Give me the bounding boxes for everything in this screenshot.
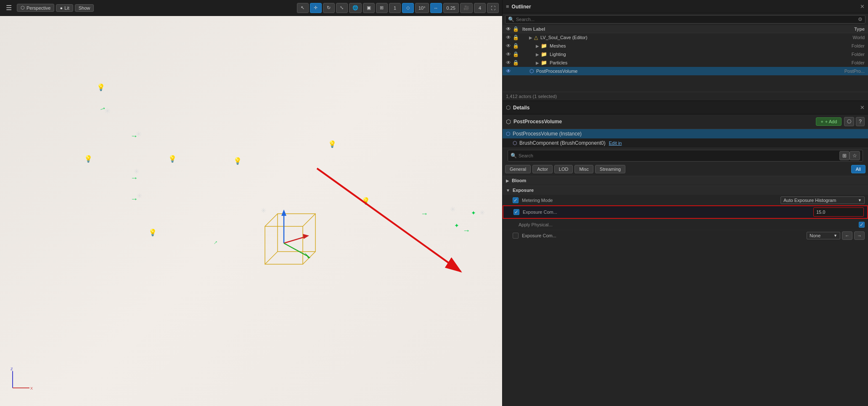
world-item-icon: △ — [534, 34, 538, 40]
filter-tab-misc[interactable]: Misc — [574, 165, 593, 173]
details-close-button[interactable]: ✕ — [860, 104, 865, 111]
item-type: World — [823, 35, 865, 40]
rotate-tool-icon[interactable]: ↻ — [323, 3, 335, 13]
details-title: Details — [513, 105, 529, 111]
details-star-icon[interactable]: ☆ — [849, 151, 860, 160]
add-button[interactable]: + + Add — [816, 117, 842, 126]
grid-icon[interactable]: ⊞ — [376, 3, 388, 13]
exposure-compensation-row: ✓ Exposure Com... — [503, 205, 868, 219]
details-icon: ⬡ — [506, 104, 511, 111]
grid-count[interactable]: 1 — [389, 3, 401, 13]
filter-tab-streaming[interactable]: Streaming — [595, 165, 625, 173]
outliner-search-bar[interactable]: 🔍 ⚙ — [505, 15, 865, 24]
component-header: ⬡ PostProcessVolume + + Add ⎔ ? — [503, 114, 868, 129]
details-search-bar[interactable]: 🔍 ⊞ ☆ — [508, 150, 863, 162]
tree-item-postprocess-instance[interactable]: ⬡ PostProcessVolume (Instance) — [503, 129, 868, 138]
tree-item-icon: ⬡ — [506, 131, 510, 137]
sun-actor-7: ✳ — [479, 209, 485, 217]
hamburger-menu[interactable]: ☰ — [3, 3, 14, 13]
bloom-expand-arrow: ▶ — [506, 178, 509, 183]
exposure-comp-label: Exposure Com... — [523, 210, 813, 215]
viewport-toolbar-right: ↖ ✛ ↻ ⤡ 🌐 ▣ ⊞ 1 ◇ 10° ↔ 0.25 🎥 4 ⛶ — [297, 3, 499, 13]
metering-mode-value: Auto Exposure Histogram ▼ — [781, 196, 865, 204]
outliner-search-input[interactable] — [516, 17, 856, 22]
filter-tab-general[interactable]: General — [505, 165, 531, 173]
filter-tab-actor[interactable]: Actor — [532, 165, 553, 173]
exposure-section-title: Exposure — [513, 188, 534, 193]
outliner-items-list: 👁 🔒 ▶ △ LV_Soul_Cave (Editor) World 👁 🔒 … — [503, 33, 868, 92]
surface-snap-icon[interactable]: ▣ — [363, 3, 375, 13]
none-value: None — [810, 233, 820, 238]
show-label: Show — [79, 5, 90, 11]
svg-text:X: X — [30, 386, 33, 390]
type-col: Type — [823, 27, 865, 32]
help-button[interactable]: ? — [856, 117, 865, 126]
details-header: ⬡ Details ✕ — [503, 101, 868, 114]
details-search-area: 🔍 ⊞ ☆ — [505, 150, 865, 162]
scale-icon[interactable]: ↔ — [430, 3, 442, 13]
light-actor-5: 💡 — [328, 140, 336, 148]
details-panel: ⬡ Details ✕ ⬡ PostProcessVolume + + Add … — [503, 101, 868, 406]
exposure-comp-input[interactable] — [813, 207, 864, 217]
none-dropdown-arrow: ▼ — [834, 234, 837, 238]
back-btn[interactable]: ← — [842, 231, 852, 240]
apply-physical-label: Apply Physical... — [519, 222, 859, 227]
metering-mode-checkbox[interactable]: ✓ — [513, 197, 519, 203]
green-arrow-6: ✦ — [454, 222, 459, 229]
expand-arrow[interactable]: ▶ — [536, 52, 539, 57]
angle-icon[interactable]: ◇ — [402, 3, 414, 13]
apply-physical-checkbox[interactable]: ✓ — [859, 222, 865, 228]
exposure-comp2-checkbox[interactable] — [513, 233, 519, 239]
viewport-topbar: ☰ ⬡ Perspective ● Lit Show ↖ ✛ ↻ ⤡ — [0, 0, 502, 16]
scale-tool-icon[interactable]: ⤡ — [336, 3, 348, 13]
sun-actor-1: ✳ — [104, 106, 111, 116]
blueprint-button[interactable]: ⎔ — [844, 117, 854, 126]
expand-arrow[interactable]: ▶ — [529, 35, 532, 40]
item-label: Particles — [550, 60, 823, 65]
item-eye-icon: 👁 — [506, 68, 511, 74]
camera-icon[interactable]: 🎥 — [460, 3, 473, 13]
item-type: Folder — [823, 60, 865, 65]
svg-line-5 — [265, 252, 278, 264]
item-eye-icon: 👁 — [506, 60, 511, 66]
expand-arrow[interactable]: ▶ — [536, 44, 539, 48]
outliner-item-lv-soul-cave[interactable]: 👁 🔒 ▶ △ LV_Soul_Cave (Editor) World — [503, 33, 868, 42]
exposure-comp-checkbox[interactable]: ✓ — [513, 209, 519, 215]
viewport-canvas[interactable]: 💡 💡 💡 💡 💡 💡 💡 → → → → → ✦ → ✦ ✳ ✳ ✳ ✳ ✳ … — [0, 16, 502, 406]
filter-tab-lod[interactable]: LOD — [554, 165, 573, 173]
lit-button[interactable]: ● Lit — [56, 4, 73, 12]
details-search-input[interactable] — [519, 153, 839, 158]
edit-in-link[interactable]: Edit in — [609, 141, 622, 146]
details-table-icon[interactable]: ⊞ — [839, 151, 849, 160]
exposure-comp2-value: None ▼ ← → — [807, 231, 865, 240]
outliner-item-meshes[interactable]: 👁 🔒 ▶ 📁 Meshes Folder — [503, 42, 868, 50]
light-actor-1: 💡 — [97, 83, 105, 91]
expand-arrow[interactable]: ▶ — [536, 61, 539, 65]
outliner-item-particles[interactable]: 👁 🔒 ▶ 📁 Particles Folder — [503, 58, 868, 67]
bloom-section-title: Bloom — [512, 178, 526, 183]
forward-btn[interactable]: → — [854, 231, 865, 240]
lit-icon: ● — [60, 5, 63, 11]
outliner-panel: ≡ Outliner ✕ 🔍 ⚙ 👁 🔒 Item Label Type 👁 🔒 — [503, 0, 868, 101]
component-icon: ⬡ — [506, 118, 511, 125]
light-actor-3: 💡 — [168, 155, 177, 163]
outliner-item-postprocess[interactable]: 👁 ⬡ PostProcessVolume PostPro... — [503, 67, 868, 75]
world-icon[interactable]: 🌐 — [349, 3, 362, 13]
lit-label: Lit — [64, 5, 69, 11]
metering-mode-row: ✓ Metering Mode Auto Exposure Histogram … — [503, 194, 868, 205]
perspective-button[interactable]: ⬡ Perspective — [17, 4, 54, 12]
metering-mode-dropdown[interactable]: Auto Exposure Histogram ▼ — [781, 196, 865, 204]
select-tool-icon[interactable]: ↖ — [297, 3, 309, 13]
show-button[interactable]: Show — [75, 4, 94, 12]
bloom-section-header[interactable]: ▶ Bloom — [503, 176, 868, 185]
filter-tab-all[interactable]: All — [851, 165, 865, 173]
exposure-section-header[interactable]: ▼ Exposure — [503, 186, 868, 194]
maximize-icon[interactable]: ⛶ — [487, 3, 499, 13]
outliner-close-button[interactable]: ✕ — [860, 3, 865, 10]
exposure-comp2-none-dropdown[interactable]: None ▼ — [807, 232, 840, 239]
outliner-search-settings-icon[interactable]: ⚙ — [858, 16, 863, 22]
outliner-item-lighting[interactable]: 👁 🔒 ▶ 📁 Lighting Folder — [503, 50, 868, 58]
move-tool-icon[interactable]: ✛ — [310, 3, 322, 13]
tree-item-brush-component[interactable]: ⬡ BrushComponent (BrushComponent0) Edit … — [503, 138, 868, 148]
scale-value: 0.25 — [443, 3, 459, 13]
